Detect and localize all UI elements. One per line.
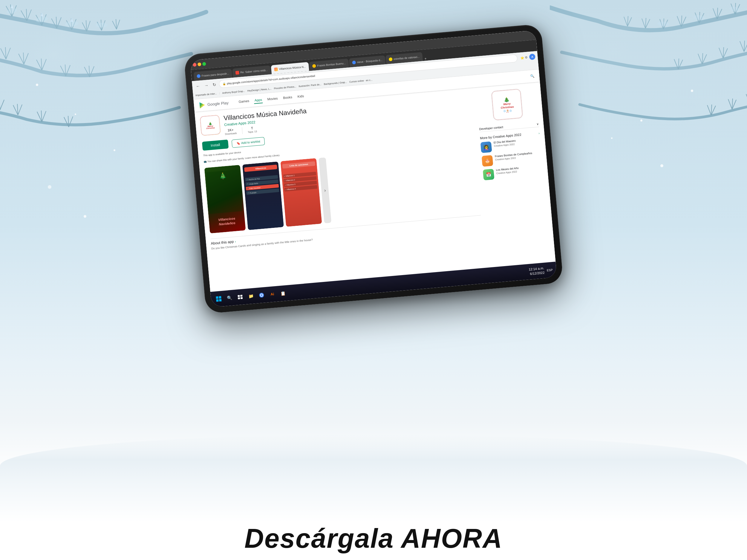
stat-downloads: 1K+ Downloads <box>224 128 237 136</box>
install-button[interactable]: Install <box>202 139 229 151</box>
more-app-3-icon: 📅 <box>483 169 494 180</box>
snowflake-4 <box>113 149 115 151</box>
maximize-button[interactable] <box>202 62 206 66</box>
nav-kids[interactable]: Kids <box>297 93 305 100</box>
svg-rect-109 <box>237 295 240 297</box>
snowflake-3 <box>48 185 51 189</box>
taskbar-clock: 12:14 a.m. 6/12/2022 <box>529 266 545 276</box>
google-play-logo: Google Play <box>199 99 229 109</box>
forward-btn[interactable]: → <box>203 82 210 89</box>
app-icon: 🎄 Merry Christmas <box>200 115 221 136</box>
gplay-search[interactable]: 🔍 <box>530 74 535 78</box>
christmas-text: Christmas <box>206 127 215 129</box>
screenshot-1: VillancicosNavideños 🎄 <box>204 165 246 234</box>
more-app-2[interactable]: 🎂 Frases Bonitas de Cumpleaños Creative … <box>482 151 542 167</box>
svg-rect-107 <box>216 299 219 302</box>
bookmark-7[interactable]: Cursos online · en c... <box>349 79 372 83</box>
nav-apps[interactable]: Apps <box>254 97 263 104</box>
svg-rect-108 <box>219 299 222 302</box>
play-logo-icon <box>199 101 206 109</box>
more-app-3[interactable]: 📅 Los Meses del Año Creative Apps 2022 <box>483 165 543 180</box>
search-btn[interactable]: 🔍 <box>225 293 234 302</box>
developer-contact-section[interactable]: Developer contact ∨ <box>479 121 539 132</box>
svg-rect-106 <box>219 296 222 299</box>
tablet-frame: Frases para despedir... Re: Saber cómo e… <box>183 24 563 314</box>
stat-divider <box>242 127 242 134</box>
svg-rect-111 <box>238 297 240 299</box>
svg-rect-110 <box>240 295 242 297</box>
pine-branch-right <box>550 0 747 179</box>
wishlist-button[interactable]: 🔖 Add to wishlist <box>232 137 265 148</box>
task-view-btn[interactable] <box>236 292 245 301</box>
app-detail-container: 🎄 Merry Christmas Villancicos Música Nav… <box>195 82 556 292</box>
more-app-2-icon: 🎂 <box>482 155 493 167</box>
more-by-section: More by Creative Apps 2022 › 👩‍🏫 El Día … <box>480 131 543 183</box>
snowflake-8 <box>640 119 642 122</box>
nav-games[interactable]: Games <box>238 98 250 105</box>
snowflake-12 <box>611 137 613 139</box>
more-app-1[interactable]: 👩‍🏫 El Día del Maestro Creative Apps 202… <box>481 137 541 153</box>
screenshot-3: Lista de canciones ♪ Villancico 1 ♪ Vill… <box>281 158 322 227</box>
snowflake-5 <box>84 215 86 218</box>
bottom-cta-text: Descárgala AHORA <box>0 523 747 554</box>
taskbar-chrome[interactable] <box>257 291 266 299</box>
bookmark-2[interactable]: Anthony Boyd Grap... <box>222 90 245 95</box>
page-content: Google Play Games Apps Movies Books Kids… <box>194 70 556 292</box>
bookmark-5[interactable]: Ilustración: Pack de... <box>299 83 321 88</box>
minimize-button[interactable] <box>198 62 201 66</box>
about-arrow-icon[interactable]: › <box>235 240 236 243</box>
svg-rect-105 <box>216 296 218 299</box>
bookmark-4[interactable]: Pinceles de Photos... <box>274 85 297 90</box>
snowflake-2 <box>75 113 76 115</box>
bookmark-6[interactable]: Backgrounds | Grap... <box>324 81 347 86</box>
more-by-arrow-icon[interactable]: › <box>538 131 540 135</box>
svg-rect-112 <box>240 297 242 299</box>
bookmark-icon: 🔖 <box>236 141 240 145</box>
window-controls <box>193 62 206 67</box>
more-app-2-info: Frases Bonitas de Cumpleaños Creative Ap… <box>494 152 533 161</box>
screenshot-2: Villancicos 🎵 Noche de Paz 🎵 Jingle Bell… <box>242 162 284 230</box>
snowflake-1 <box>36 84 38 86</box>
nav-books[interactable]: Books <box>282 94 293 101</box>
developer-contact-label: Developer contact <box>479 126 503 131</box>
bookmark-3[interactable]: HeyDesign | News, L... <box>247 87 272 92</box>
more-app-1-icon: 👩‍🏫 <box>481 141 492 153</box>
bookmark-1[interactable]: Importado de Inter... <box>196 92 217 97</box>
svg-rect-104 <box>550 0 747 179</box>
taskbar-folder[interactable]: 📁 <box>246 292 255 300</box>
taskbar-lang: ESP <box>546 268 553 272</box>
snowflake-11 <box>691 89 693 92</box>
browser-window: Frases para despedir... Re: Saber cómo e… <box>190 30 556 292</box>
more-app-1-info: El Día del Maestro Creative Apps 2022 <box>493 139 516 147</box>
ssl-lock-icon: 🔒 <box>222 82 226 85</box>
extensions-area: ⭐ ⚙ <box>520 56 528 59</box>
app-icon-image: 🎄 Merry Christmas <box>200 115 221 136</box>
tablet-screen: Frases para despedir... Re: Saber cómo e… <box>190 30 557 307</box>
app-sidebar: 🎄 MerryChristmas ❄️🎅❄️ Developer contact… <box>476 87 550 263</box>
windows-start-btn[interactable] <box>214 294 223 303</box>
close-button[interactable] <box>193 63 197 66</box>
stat-rating: T Tapa: 13 <box>248 126 257 134</box>
profile-btn[interactable]: A <box>529 53 536 60</box>
snowflake-9 <box>660 164 663 167</box>
tablet-device: Frases para despedir... Re: Saber cómo e… <box>183 24 563 314</box>
refresh-btn[interactable]: ↻ <box>211 82 218 88</box>
back-btn[interactable]: ← <box>195 83 202 89</box>
app-main-content: 🎄 Merry Christmas Villancicos Música Nav… <box>200 93 485 287</box>
sidebar-app-icon: 🎄 MerryChristmas ❄️🎅❄️ <box>491 88 523 121</box>
developer-contact-chevron: ∨ <box>537 122 539 126</box>
google-play-text: Google Play <box>207 100 229 107</box>
more-app-3-info: Los Meses del Año Creative Apps 2022 <box>496 167 519 175</box>
taskbar-illustrator[interactable]: Ai <box>268 290 277 299</box>
taskbar-files[interactable]: 📋 <box>279 289 287 298</box>
new-tab-btn[interactable]: + <box>424 56 427 61</box>
nav-movies[interactable]: Movies <box>266 95 279 102</box>
